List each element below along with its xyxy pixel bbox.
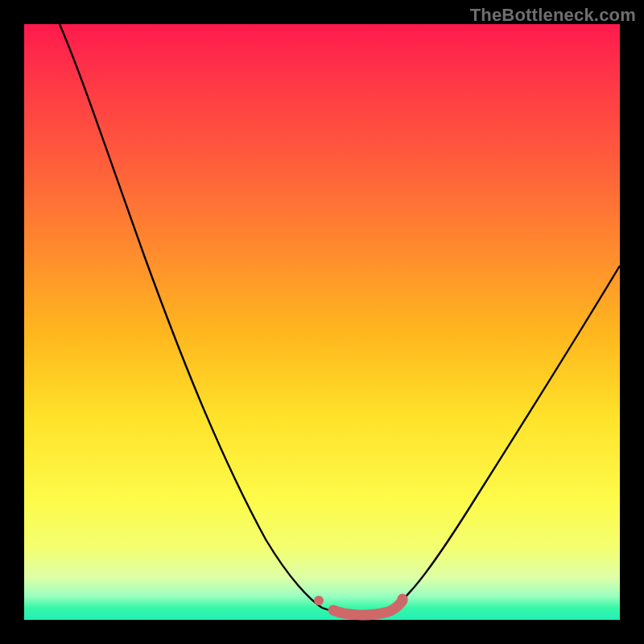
marker-right-rise — [398, 594, 408, 605]
plot-area — [24, 24, 620, 620]
marker-floor-stroke — [333, 601, 402, 615]
curve-layer — [24, 24, 620, 620]
attribution-text: TheBottleneck.com — [470, 5, 636, 26]
marker-left-dot — [314, 596, 324, 605]
curve-right — [393, 266, 620, 608]
chart-frame: TheBottleneck.com — [0, 0, 644, 644]
curve-left — [60, 24, 322, 608]
